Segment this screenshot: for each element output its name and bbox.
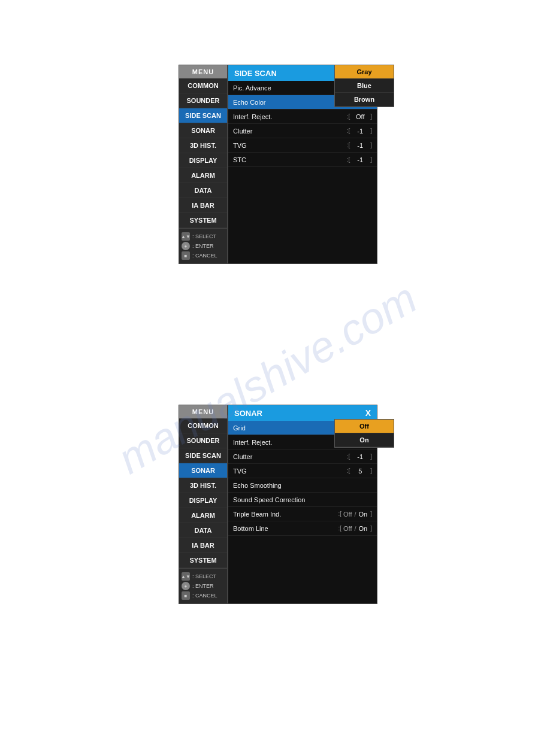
- tvg-row-top[interactable]: TVG :[ -1 ]: [228, 138, 377, 153]
- sidebar-item-sounder-top[interactable]: SOUNDER: [179, 93, 227, 108]
- triple-beam-label: Triple Beam Ind.: [233, 511, 338, 518]
- grid-label: Grid: [233, 424, 338, 432]
- triple-beam-off: Off: [341, 511, 353, 518]
- tvg-bracket-right-bottom: ]: [370, 467, 372, 474]
- sidebar-item-data-top[interactable]: DATA: [179, 183, 227, 198]
- dropdown-gray[interactable]: Gray: [335, 65, 394, 79]
- sidebar-item-sidescan-bottom[interactable]: SIDE SCAN: [179, 448, 227, 463]
- tvg-bracket-left-top: :[: [347, 142, 350, 148]
- sound-speed-label: Sound Speed Correction: [233, 496, 372, 503]
- sidebar-item-display-bottom[interactable]: DISPLAY: [179, 493, 227, 508]
- interf-reject-label-bottom: Interf. Reject.: [233, 439, 346, 446]
- interf-reject-bracket-right-top: ]: [370, 113, 372, 120]
- sidebar-item-common-bottom[interactable]: COMMON: [179, 418, 227, 433]
- sidebar-item-alarm-bottom[interactable]: ALARM: [179, 508, 227, 523]
- echo-smoothing-row[interactable]: Echo Smoothing: [228, 478, 377, 493]
- sidebar-item-sidescan-top[interactable]: SIDE SCAN: [179, 108, 227, 123]
- dropdown-blue[interactable]: Blue: [335, 79, 394, 93]
- sidebar-item-3dhist-top[interactable]: 3D HIST.: [179, 138, 227, 153]
- sidebar-item-sounder-bottom[interactable]: SOUNDER: [179, 433, 227, 448]
- footer-select-top: ▲▼ : SELECT: [182, 232, 225, 241]
- circle-icon-top: ●: [182, 242, 190, 250]
- clutter-bracket-right-bottom: ]: [370, 453, 372, 460]
- triple-beam-bracket-right: ]: [370, 511, 372, 517]
- bottom-menu-footer: ▲▼ : SELECT ● : ENTER ■ : CANCEL: [179, 568, 227, 603]
- clutter-label-bottom: Clutter: [233, 453, 346, 460]
- bottom-menu-header: MENU: [179, 405, 227, 418]
- stc-bracket-left-top: :[: [347, 156, 350, 163]
- clutter-row-top[interactable]: Clutter :[ -1 ]: [228, 124, 377, 138]
- footer-enter-label-top: : ENTER: [192, 243, 214, 249]
- dropdown-brown[interactable]: Brown: [335, 93, 394, 107]
- interf-reject-row-top[interactable]: Interf. Reject. :[ Off ]: [228, 110, 377, 124]
- sidebar-item-common-top[interactable]: COMMON: [179, 78, 227, 93]
- tvg-bracket-left-bottom: :[: [347, 467, 350, 474]
- sidebar-item-alarm-top[interactable]: ALARM: [179, 168, 227, 183]
- sidebar-item-sonar-top[interactable]: SONAR: [179, 123, 227, 138]
- bottom-line-bracket-right: ]: [370, 525, 372, 532]
- triple-beam-on: On: [357, 511, 370, 518]
- clutter-bracket-left-top: :[: [347, 127, 350, 134]
- top-menu-header: MENU: [179, 65, 227, 78]
- bottom-panel-title: SONAR: [234, 409, 262, 418]
- clutter-value-top: -1: [351, 127, 369, 135]
- clutter-bracket-right-top: ]: [370, 127, 372, 134]
- bottom-line-on: On: [357, 525, 370, 532]
- top-sidebar: MENU COMMON SOUNDER SIDE SCAN SONAR 3D H…: [179, 65, 228, 264]
- sidebar-item-system-top[interactable]: SYSTEM: [179, 213, 227, 228]
- dropdown-on-bottom[interactable]: On: [335, 433, 394, 447]
- bottom-line-row[interactable]: Bottom Line :[ Off / On ]: [228, 521, 377, 536]
- interf-reject-bracket-left-top: :[: [347, 113, 350, 120]
- square-icon-bottom: ■: [182, 591, 190, 600]
- sound-speed-row[interactable]: Sound Speed Correction: [228, 493, 377, 507]
- stc-label-top: STC: [233, 156, 346, 163]
- top-menu-footer: ▲▼ : SELECT ● : ENTER ■ : CANCEL: [179, 228, 227, 263]
- arrows-icon-bottom: ▲▼: [182, 572, 190, 581]
- footer-enter-top: ● : ENTER: [182, 242, 225, 250]
- stc-row-top[interactable]: STC :[ -1 ]: [228, 153, 377, 167]
- footer-enter-label-bottom: : ENTER: [192, 583, 214, 589]
- arrows-icon-top: ▲▼: [182, 232, 190, 241]
- footer-cancel-bottom: ■ : CANCEL: [182, 591, 225, 600]
- tvg-label-bottom: TVG: [233, 467, 346, 475]
- clutter-row-bottom[interactable]: Clutter :[ -1 ]: [228, 450, 377, 464]
- bottom-line-off: Off: [341, 525, 353, 532]
- footer-cancel-top: ■ : CANCEL: [182, 251, 225, 260]
- sidebar-item-iabar-top[interactable]: IA BAR: [179, 198, 227, 213]
- square-icon-top: ■: [182, 251, 190, 260]
- pic-advance-label: Pic. Advance: [233, 84, 346, 92]
- clutter-label-top: Clutter: [233, 127, 346, 135]
- sidebar-item-display-top[interactable]: DISPLAY: [179, 153, 227, 168]
- footer-cancel-label-bottom: : CANCEL: [192, 593, 217, 599]
- tvg-row-bottom[interactable]: TVG :[ 5 ]: [228, 464, 377, 478]
- interf-reject-label-top: Interf. Reject.: [233, 113, 346, 120]
- sidebar-item-3dhist-bottom[interactable]: 3D HIST.: [179, 478, 227, 493]
- bottom-sidebar: MENU COMMON SOUNDER SIDE SCAN SONAR 3D H…: [179, 405, 228, 604]
- sidebar-item-data-bottom[interactable]: DATA: [179, 523, 227, 538]
- dropdown-off-bottom[interactable]: Off: [335, 420, 394, 433]
- stc-bracket-right-top: ]: [370, 156, 372, 163]
- sidebar-item-iabar-bottom[interactable]: IA BAR: [179, 538, 227, 553]
- sidebar-item-sonar-bottom[interactable]: SONAR: [179, 463, 227, 478]
- tvg-value-top: -1: [351, 142, 369, 149]
- interf-reject-value-top: Off: [351, 113, 369, 120]
- bottom-dropdown: Off On: [334, 419, 394, 448]
- footer-cancel-label-top: : CANCEL: [192, 253, 217, 259]
- triple-beam-row[interactable]: Triple Beam Ind. :[ Off / On ]: [228, 507, 377, 521]
- tvg-value-bottom: 5: [351, 467, 369, 475]
- clutter-value-bottom: -1: [351, 453, 369, 460]
- echo-smoothing-label: Echo Smoothing: [233, 482, 372, 489]
- bottom-line-label: Bottom Line: [233, 525, 338, 532]
- footer-select-bottom: ▲▼ : SELECT: [182, 572, 225, 581]
- bottom-close-button[interactable]: X: [365, 408, 371, 418]
- tvg-bracket-right-top: ]: [370, 142, 372, 148]
- tvg-label-top: TVG: [233, 142, 346, 149]
- footer-select-label-top: : SELECT: [192, 233, 216, 239]
- footer-select-label-bottom: : SELECT: [192, 573, 216, 579]
- sidebar-item-system-bottom[interactable]: SYSTEM: [179, 553, 227, 568]
- stc-value-top: -1: [351, 156, 369, 163]
- top-panel-title: SIDE SCAN: [234, 69, 277, 78]
- clutter-bracket-left-bottom: :[: [347, 453, 350, 460]
- top-dropdown: Gray Blue Brown: [334, 65, 394, 107]
- footer-enter-bottom: ● : ENTER: [182, 582, 225, 590]
